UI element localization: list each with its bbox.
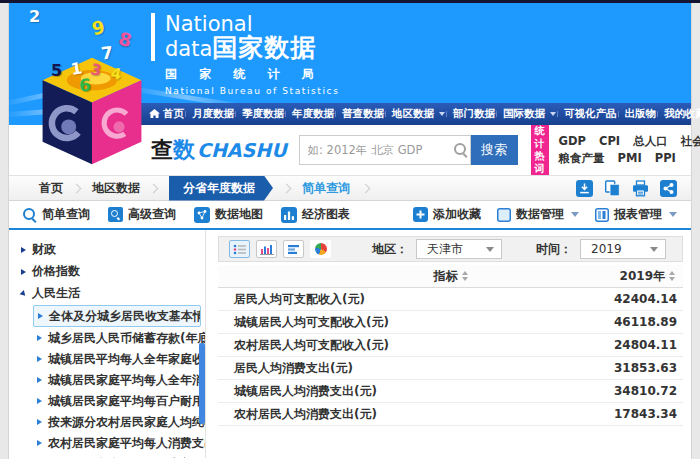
table-row: 农村居民人均可支配收入(元) 24804.11 [218, 334, 683, 357]
hot-words: GDPCPI总人口社会消费品零售总额 粮食产量PMIPPI [559, 133, 700, 166]
nav-item-label: 地区数据 [392, 107, 434, 121]
nav-item[interactable]: 年度数据 [288, 107, 338, 121]
print-icon[interactable] [632, 180, 649, 197]
nav-item[interactable]: 月度数据 [188, 107, 238, 121]
report-manage-button[interactable]: 报表管理 [595, 206, 677, 223]
indicator-column-header[interactable]: 指标 [218, 268, 683, 285]
table-row: 城镇居民人均消费支出(元) 34810.72 [218, 380, 683, 403]
indicator-cell: 城镇居民人均消费支出(元) [218, 383, 553, 400]
site-logo: National data国家数据 国 家 统 计 局 National Bur… [151, 13, 339, 96]
sort-icon [462, 271, 468, 281]
table-body: 居民人均可支配收入(元) 42404.14 城镇居民人均可支配收入(元) 461… [218, 288, 683, 426]
region-label: 地区： [372, 241, 408, 258]
logo-digit: 2 [29, 7, 40, 26]
tree-arrow-icon [21, 247, 26, 253]
breadcrumb-label: 分省年度数据 [169, 176, 273, 201]
hot-word-link[interactable]: GDP [559, 133, 586, 150]
value-cell: 42404.14 [553, 292, 683, 306]
download-icon[interactable] [576, 180, 593, 197]
chashu-en: CHASHU [197, 139, 287, 161]
tree-item[interactable]: 财政 [17, 239, 205, 260]
nav-item[interactable]: 国际数据 [499, 107, 560, 121]
breadcrumb-item[interactable]: 分省年度数据 [140, 176, 273, 201]
tree-item[interactable]: 城乡居民人民币储蓄存款(年底余额) [33, 328, 205, 348]
tree-arrow-icon [37, 335, 42, 341]
table-row: 农村居民人均消费支出(元) 17843.34 [218, 403, 683, 426]
copy-icon[interactable] [604, 180, 621, 197]
nav-item[interactable]: 地区数据 [388, 107, 449, 121]
add-favorite-button[interactable]: 添加收藏 [413, 206, 481, 223]
hot-word-link[interactable]: CPI [599, 133, 620, 150]
hot-word-link[interactable]: 粮食产量 [559, 150, 605, 167]
nav-item[interactable]: 出版物 [621, 107, 661, 121]
data-map-button[interactable]: 数据地图 [194, 206, 263, 223]
tree-item[interactable]: 城镇居民家庭平均每人全年消费性支出 [33, 370, 205, 390]
logo-digits: 987513462 [29, 7, 169, 91]
breadcrumb-item[interactable]: 首页 [39, 180, 63, 197]
advanced-query-button[interactable]: 高级查询 [108, 206, 176, 223]
search-box: 搜索 [299, 135, 518, 165]
nav-item[interactable]: 可视化产品 [560, 107, 621, 121]
tree-arrow-icon [38, 313, 43, 319]
simple-query-button[interactable]: 简单查询 [23, 206, 90, 223]
share-icon[interactable] [660, 180, 677, 197]
hot-word-link[interactable]: PMI [618, 150, 642, 167]
nav-item-label: 部门数据 [453, 107, 495, 121]
data-manage-button[interactable]: 数据管理 [497, 206, 579, 223]
nav-item[interactable]: 部门数据 [449, 107, 499, 121]
economic-charts-button[interactable]: 经济图表 [281, 206, 350, 223]
sort-icon [669, 271, 675, 281]
hot-word-link[interactable]: 总人口 [633, 133, 668, 150]
logo-digit: 8 [117, 28, 134, 51]
query-toolbar: 简单查询 高级查询 数据地图 经济图表 添加收藏 数据管理 [9, 201, 691, 228]
hot-word-link[interactable]: 社会消费品零售总额 [681, 133, 700, 150]
tree-item[interactable]: 全体及分城乡居民收支基本情况(新口径) [33, 305, 201, 327]
search-button[interactable]: 搜索 [471, 135, 518, 165]
tree-item[interactable]: 农村居民家庭平均每百户主要耐用消费品拥有量 [33, 454, 205, 458]
brand-line2-en: data [165, 37, 212, 61]
site-banner: 987513462 National data国家数据 国 家 统 计 局 [9, 3, 691, 125]
hbar-chart-view-icon[interactable] [283, 240, 304, 258]
nav-item-label: 可视化产品 [564, 107, 617, 121]
region-select[interactable]: 天津市 [416, 239, 502, 259]
pie-icon [315, 243, 327, 255]
logo-digit: 6 [78, 75, 91, 96]
brand-line2-cn: 国家数据 [212, 33, 316, 62]
tree-item[interactable]: 城镇居民平均每人全年家庭收入来源 [33, 349, 205, 369]
tree-item[interactable]: 按来源分农村居民家庭人均纯收入 [33, 412, 205, 432]
tree-arrow-icon [21, 269, 26, 275]
nav-item[interactable]: 首页 [145, 107, 188, 121]
bar-chart-view-icon[interactable] [256, 240, 277, 258]
nav-item[interactable]: 我的收藏 [660, 107, 700, 121]
time-select[interactable]: 2019 [580, 239, 666, 259]
tree-item[interactable]: 人民生活 [17, 283, 205, 304]
tree-item-label: 城镇居民家庭平均每百户耐用消费品拥有量 [48, 393, 205, 410]
search-input[interactable] [308, 143, 454, 157]
pie-chart-view-icon[interactable] [310, 240, 331, 258]
tree-arrow-icon [37, 419, 42, 425]
breadcrumb-item[interactable]: 地区数据 [63, 180, 140, 197]
tree-item[interactable]: 城镇居民家庭平均每百户耐用消费品拥有量 [33, 391, 205, 411]
breadcrumb-item[interactable]: 简单查询 [273, 180, 369, 197]
tree-item[interactable]: 农村居民家庭平均每人消费支出 [33, 433, 205, 453]
nav-item[interactable]: 普查数据 [338, 107, 388, 121]
tree-item-label: 城镇居民平均每人全年家庭收入来源 [48, 351, 205, 368]
badge-line1: 统 计 [535, 125, 545, 150]
tree-item-label: 农村居民家庭平均每百户主要耐用消费品拥有量 [48, 456, 205, 459]
nav-item-label: 国际数据 [503, 107, 545, 121]
value-cell: 34810.72 [553, 384, 683, 398]
year-column-header[interactable]: 2019年 [620, 265, 675, 287]
data-table: 指标 2019年 居民人均可支配收入(元) 42404.14 城镇居民人均可支配… [218, 265, 683, 426]
chashu-logo: 查 数 CHASHU [151, 135, 287, 165]
table-view-icon[interactable] [229, 240, 250, 258]
nav-item-label: 月度数据 [192, 107, 234, 121]
logo-digit: 4 [110, 64, 123, 83]
time-value: 2019 [591, 242, 650, 256]
hot-word-link[interactable]: PPI [655, 150, 676, 167]
search-outline-icon [23, 208, 37, 222]
chashu-cn1: 查 [151, 135, 173, 165]
nav-item[interactable]: 季度数据 [238, 107, 288, 121]
sidebar-scrollbar[interactable] [199, 343, 205, 424]
chevron-down-icon [550, 112, 556, 116]
tree-item[interactable]: 价格指数 [17, 261, 205, 282]
